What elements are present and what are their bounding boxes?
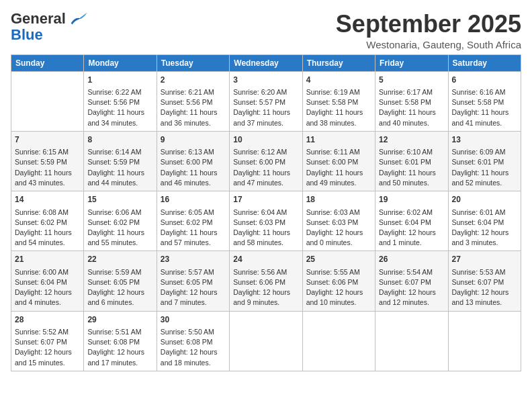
day-number: 20 <box>452 194 517 205</box>
day-number: 9 <box>161 134 226 146</box>
calendar-cell: 20Sunrise: 6:01 AMSunset: 6:04 PMDayligh… <box>448 191 521 251</box>
day-number: 22 <box>87 254 152 265</box>
day-number: 8 <box>87 134 152 146</box>
calendar-day-header: Thursday <box>302 54 375 71</box>
day-info: Sunrise: 6:02 AMSunset: 6:04 PMDaylight:… <box>379 208 444 248</box>
calendar-cell: 4Sunrise: 6:19 AMSunset: 5:58 PMDaylight… <box>302 71 375 131</box>
calendar-week-row: 7Sunrise: 6:15 AMSunset: 5:59 PMDaylight… <box>11 131 521 191</box>
day-info: Sunrise: 5:57 AMSunset: 6:05 PMDaylight:… <box>161 267 226 308</box>
calendar-cell: 15Sunrise: 6:06 AMSunset: 6:02 PMDayligh… <box>84 191 157 251</box>
calendar-cell: 3Sunrise: 6:20 AMSunset: 5:57 PMDaylight… <box>230 71 302 131</box>
calendar-cell: 29Sunrise: 5:51 AMSunset: 6:08 PMDayligh… <box>84 311 157 371</box>
calendar-cell: 6Sunrise: 6:16 AMSunset: 5:58 PMDaylight… <box>448 71 521 131</box>
calendar-cell <box>11 71 84 131</box>
logo: General Blue <box>11 11 87 43</box>
month-title: September 2025 <box>336 11 521 38</box>
day-number: 28 <box>15 314 80 326</box>
calendar-cell: 22Sunrise: 5:59 AMSunset: 6:05 PMDayligh… <box>84 251 157 311</box>
calendar-cell: 25Sunrise: 5:55 AMSunset: 6:06 PMDayligh… <box>302 251 375 311</box>
day-number: 12 <box>379 134 444 146</box>
calendar-cell: 28Sunrise: 5:52 AMSunset: 6:07 PMDayligh… <box>11 311 84 371</box>
logo-blue-text: Blue <box>11 27 43 43</box>
day-info: Sunrise: 5:54 AMSunset: 6:07 PMDaylight:… <box>379 267 444 308</box>
location-subtitle: Westonaria, Gauteng, South Africa <box>336 39 521 50</box>
calendar-cell: 21Sunrise: 6:00 AMSunset: 6:04 PMDayligh… <box>11 251 84 311</box>
day-info: Sunrise: 6:13 AMSunset: 6:00 PMDaylight:… <box>161 147 226 188</box>
day-info: Sunrise: 6:08 AMSunset: 6:02 PMDaylight:… <box>15 208 80 248</box>
day-info: Sunrise: 6:22 AMSunset: 5:56 PMDaylight:… <box>87 87 152 128</box>
day-number: 7 <box>15 134 80 146</box>
day-number: 29 <box>87 314 152 326</box>
day-number: 19 <box>379 194 444 205</box>
day-info: Sunrise: 6:12 AMSunset: 6:00 PMDaylight:… <box>233 147 298 188</box>
calendar-cell: 26Sunrise: 5:54 AMSunset: 6:07 PMDayligh… <box>375 251 448 311</box>
calendar-cell: 2Sunrise: 6:21 AMSunset: 5:56 PMDaylight… <box>157 71 229 131</box>
calendar-cell: 10Sunrise: 6:12 AMSunset: 6:00 PMDayligh… <box>230 131 302 191</box>
day-number: 4 <box>306 75 371 86</box>
calendar-cell: 18Sunrise: 6:03 AMSunset: 6:03 PMDayligh… <box>302 191 375 251</box>
calendar-day-header: Monday <box>84 54 157 71</box>
calendar-week-row: 28Sunrise: 5:52 AMSunset: 6:07 PMDayligh… <box>11 311 521 371</box>
calendar-day-header: Tuesday <box>157 54 229 71</box>
day-info: Sunrise: 6:03 AMSunset: 6:03 PMDaylight:… <box>306 208 371 248</box>
calendar-cell: 1Sunrise: 6:22 AMSunset: 5:56 PMDaylight… <box>84 71 157 131</box>
day-info: Sunrise: 6:14 AMSunset: 5:59 PMDaylight:… <box>87 147 152 188</box>
calendar-header-row: SundayMondayTuesdayWednesdayThursdayFrid… <box>11 54 521 71</box>
calendar-cell <box>230 311 302 371</box>
day-info: Sunrise: 5:52 AMSunset: 6:07 PMDaylight:… <box>15 327 80 368</box>
calendar-week-row: 21Sunrise: 6:00 AMSunset: 6:04 PMDayligh… <box>11 251 521 311</box>
calendar-cell: 23Sunrise: 5:57 AMSunset: 6:05 PMDayligh… <box>157 251 229 311</box>
day-info: Sunrise: 6:00 AMSunset: 6:04 PMDaylight:… <box>15 267 80 308</box>
day-number: 11 <box>306 134 371 146</box>
title-block: September 2025 Westonaria, Gauteng, Sout… <box>336 11 521 50</box>
day-info: Sunrise: 6:11 AMSunset: 6:00 PMDaylight:… <box>306 147 371 188</box>
calendar-cell: 9Sunrise: 6:13 AMSunset: 6:00 PMDaylight… <box>157 131 229 191</box>
calendar-week-row: 14Sunrise: 6:08 AMSunset: 6:02 PMDayligh… <box>11 191 521 251</box>
day-info: Sunrise: 6:09 AMSunset: 6:01 PMDaylight:… <box>452 147 517 188</box>
day-number: 21 <box>15 254 80 265</box>
calendar-cell: 11Sunrise: 6:11 AMSunset: 6:00 PMDayligh… <box>302 131 375 191</box>
calendar-day-header: Sunday <box>11 54 84 71</box>
day-info: Sunrise: 6:05 AMSunset: 6:02 PMDaylight:… <box>161 208 226 248</box>
day-number: 18 <box>306 194 371 205</box>
day-info: Sunrise: 6:20 AMSunset: 5:57 PMDaylight:… <box>233 87 298 128</box>
calendar-table: SundayMondayTuesdayWednesdayThursdayFrid… <box>11 54 521 371</box>
day-number: 24 <box>233 254 298 265</box>
day-number: 1 <box>87 75 152 86</box>
day-info: Sunrise: 5:53 AMSunset: 6:07 PMDaylight:… <box>452 267 517 308</box>
calendar-cell: 30Sunrise: 5:50 AMSunset: 6:08 PMDayligh… <box>157 311 229 371</box>
calendar-cell: 12Sunrise: 6:10 AMSunset: 6:01 PMDayligh… <box>375 131 448 191</box>
calendar-cell: 5Sunrise: 6:17 AMSunset: 5:58 PMDaylight… <box>375 71 448 131</box>
day-number: 13 <box>452 134 517 146</box>
calendar-cell: 19Sunrise: 6:02 AMSunset: 6:04 PMDayligh… <box>375 191 448 251</box>
day-number: 25 <box>306 254 371 265</box>
day-number: 17 <box>233 194 298 205</box>
calendar-cell <box>448 311 521 371</box>
day-number: 27 <box>452 254 517 265</box>
calendar-day-header: Friday <box>375 54 448 71</box>
calendar-cell: 24Sunrise: 5:56 AMSunset: 6:06 PMDayligh… <box>230 251 302 311</box>
calendar-cell: 14Sunrise: 6:08 AMSunset: 6:02 PMDayligh… <box>11 191 84 251</box>
logo-bird-icon <box>69 11 87 26</box>
day-number: 2 <box>161 75 226 86</box>
day-number: 23 <box>161 254 226 265</box>
day-info: Sunrise: 5:51 AMSunset: 6:08 PMDaylight:… <box>87 327 152 368</box>
calendar-cell <box>302 311 375 371</box>
calendar-day-header: Wednesday <box>230 54 302 71</box>
day-info: Sunrise: 5:56 AMSunset: 6:06 PMDaylight:… <box>233 267 298 308</box>
day-info: Sunrise: 5:55 AMSunset: 6:06 PMDaylight:… <box>306 267 371 308</box>
calendar-cell: 7Sunrise: 6:15 AMSunset: 5:59 PMDaylight… <box>11 131 84 191</box>
calendar-cell <box>375 311 448 371</box>
calendar-week-row: 1Sunrise: 6:22 AMSunset: 5:56 PMDaylight… <box>11 71 521 131</box>
day-number: 26 <box>379 254 444 265</box>
day-info: Sunrise: 6:01 AMSunset: 6:04 PMDaylight:… <box>452 208 517 248</box>
day-info: Sunrise: 6:04 AMSunset: 6:03 PMDaylight:… <box>233 208 298 248</box>
day-number: 16 <box>161 194 226 205</box>
calendar-cell: 8Sunrise: 6:14 AMSunset: 5:59 PMDaylight… <box>84 131 157 191</box>
calendar-cell: 27Sunrise: 5:53 AMSunset: 6:07 PMDayligh… <box>448 251 521 311</box>
calendar-cell: 16Sunrise: 6:05 AMSunset: 6:02 PMDayligh… <box>157 191 229 251</box>
page-header: General Blue September 2025 Westonaria, … <box>11 11 521 50</box>
day-number: 14 <box>15 194 80 205</box>
day-info: Sunrise: 6:10 AMSunset: 6:01 PMDaylight:… <box>379 147 444 188</box>
day-number: 30 <box>161 314 226 326</box>
